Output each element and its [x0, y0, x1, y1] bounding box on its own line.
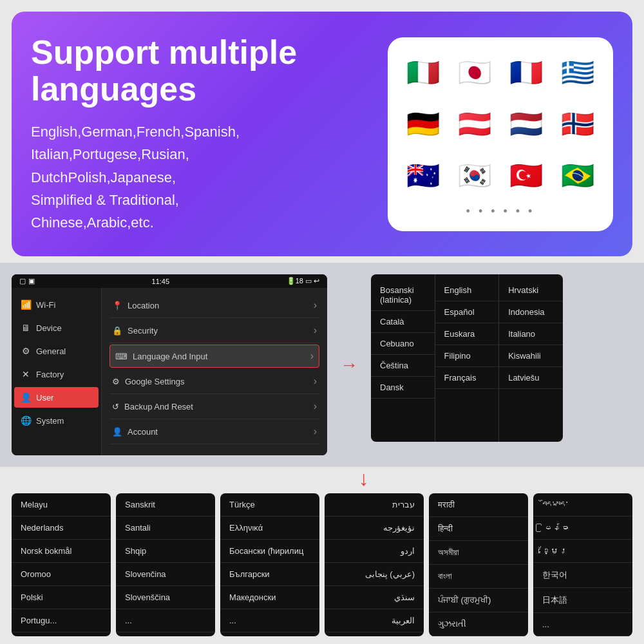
lang-arabic[interactable]: العربية — [325, 609, 424, 632]
lang-indonesia[interactable]: Indonesia — [499, 301, 563, 323]
lang-polski[interactable]: Polski — [12, 586, 111, 609]
bottom-lang-panel-6: བོད་སྐད་ မြန်မာ ខ្មែរ 한국어 日本語 ... — [533, 493, 632, 636]
lang-bulgarski[interactable]: Български — [220, 563, 319, 586]
lang-uyghur[interactable]: نؤيغؤرجه — [325, 516, 424, 540]
bottom-lang-panel-1: Melayu Nederlands Norsk bokmål Oromoo Po… — [12, 493, 111, 636]
lang-latviesu[interactable]: Latviešu — [499, 367, 563, 389]
sidebar-label-system: System — [36, 416, 64, 426]
system-icon: 🌐 — [21, 415, 31, 426]
lang-hindi[interactable]: हिन्दी — [429, 517, 528, 541]
lang-turkce[interactable]: Türkçe — [220, 493, 319, 516]
settings-row-location[interactable]: 📍 Location › — [109, 293, 319, 318]
lang-bosanski-cir[interactable]: Босански (ћирилиц — [220, 540, 319, 563]
lang-makedonski[interactable]: Македонски — [220, 586, 319, 609]
sidebar-item-user[interactable]: 👤 User — [14, 387, 99, 408]
lang-korean[interactable]: 한국어 — [533, 563, 632, 588]
lang-marathi[interactable]: मराठी — [429, 493, 528, 517]
sidebar-item-wifi[interactable]: 📶 Wi-Fi — [12, 293, 101, 316]
lang-assamese[interactable]: অসমীয়া — [429, 541, 528, 565]
row-left-google: ⚙ Google Settings — [112, 377, 185, 386]
security-arrow: › — [314, 325, 317, 336]
lang-cestina[interactable]: Čeština — [371, 355, 435, 377]
row-left-language: ⌨ Language And Input — [115, 352, 207, 361]
status-bar: ▢ ▣ 11:45 🔋18 ▭ ↩ — [12, 274, 327, 288]
settings-row-security[interactable]: 🔒 Security › — [109, 318, 319, 343]
lang-slovencina[interactable]: Slovenčina — [116, 563, 215, 586]
user-icon: 👤 — [21, 392, 31, 402]
location-label: Location — [128, 301, 159, 310]
lang-sanskrit[interactable]: Sanskrit — [116, 493, 215, 516]
settings-row-language[interactable]: ⌨ Language And Input › — [109, 345, 319, 368]
sidebar-item-general[interactable]: ⚙ General — [12, 339, 101, 363]
lang-bosanski[interactable]: Bosanski (latinica) — [371, 279, 435, 311]
lang-catala[interactable]: Català — [371, 311, 435, 333]
row-left-account: 👤 Account — [112, 427, 158, 437]
flag-brazil: 🇧🇷 — [555, 153, 600, 198]
settings-row-backup[interactable]: ↺ Backup And Reset › — [109, 394, 319, 419]
lang-euskara[interactable]: Euskara — [435, 323, 499, 345]
lang-italiano[interactable]: Italiano — [499, 323, 563, 345]
lang-slovenscina[interactable]: Slovenščina — [116, 586, 215, 609]
lang-hrvatski[interactable]: Hrvatski — [499, 279, 563, 301]
lang-melayu[interactable]: Melayu — [12, 493, 111, 516]
status-time: 11:45 — [152, 278, 170, 285]
lang-more-3[interactable]: ... — [220, 609, 319, 632]
lang-english[interactable]: English — [435, 279, 499, 301]
lang-filipino[interactable]: Filipino — [435, 345, 499, 367]
flag-norway: 🇳🇴 — [555, 102, 600, 147]
home-icon: ▢ — [19, 277, 26, 285]
lang-santali[interactable]: Santali — [116, 516, 215, 540]
lang-more-6[interactable]: ... — [533, 613, 632, 636]
lang-portugu[interactable]: Portugu... — [12, 609, 111, 632]
bottom-lang-panel-2: Sanskrit Santali Shqip Slovenčina Sloven… — [116, 493, 215, 636]
sidebar-item-system[interactable]: 🌐 System — [12, 409, 101, 432]
factory-icon: ✕ — [21, 369, 31, 379]
device-icon: 🖥 — [21, 323, 31, 333]
lang-khmer[interactable]: ខ្មែរ — [533, 540, 632, 563]
lang-norsk[interactable]: Norsk bokmål — [12, 540, 111, 563]
main-container: Support multiple languages English,Germa… — [0, 12, 644, 644]
sidebar-item-factory[interactable]: ✕ Factory — [12, 363, 101, 386]
lang-cebuano[interactable]: Cebuano — [371, 333, 435, 355]
lang-bengali[interactable]: বাংলা — [429, 565, 528, 589]
flag-france: 🇫🇷 — [504, 50, 549, 95]
bottom-lang-panel-4: עברית نؤيغؤرجه اردو (عربي) پنجابی سنڌي ا… — [325, 493, 424, 636]
lang-tibetan[interactable]: བོད་སྐད་ — [533, 493, 632, 516]
account-arrow: › — [314, 426, 317, 437]
location-icon: 📍 — [112, 301, 122, 310]
lang-urdu[interactable]: اردو — [325, 540, 424, 563]
settings-sidebar: 📶 Wi-Fi 🖥 Device ⚙ General ✕ Factory — [12, 288, 102, 455]
notification-icon: ▣ — [28, 277, 35, 285]
settings-row-account[interactable]: 👤 Account › — [109, 419, 319, 444]
lang-kiswahili[interactable]: Kiswahili — [499, 345, 563, 367]
lang-more-2[interactable]: ... — [116, 609, 215, 632]
lang-japanese[interactable]: 日本語 — [533, 588, 632, 613]
account-icon: 👤 — [112, 427, 122, 437]
lang-shqip[interactable]: Shqip — [116, 540, 215, 563]
lang-hebrew[interactable]: עברית — [325, 493, 424, 516]
settings-row-google[interactable]: ⚙ Google Settings › — [109, 369, 319, 394]
lang-francais[interactable]: Français — [435, 367, 499, 389]
bottom-language-section: Melayu Nederlands Norsk bokmål Oromoo Po… — [0, 493, 644, 643]
flag-japan: 🇯🇵 — [452, 50, 497, 95]
lang-oromoo[interactable]: Oromoo — [12, 563, 111, 586]
lang-dansk[interactable]: Dansk — [371, 377, 435, 399]
sidebar-item-device[interactable]: 🖥 Device — [12, 316, 101, 339]
lang-gujarati[interactable]: ગુઝરાતી — [429, 612, 528, 636]
lang-sindhi[interactable]: سنڌي — [325, 586, 424, 609]
sidebar-label-device: Device — [36, 323, 62, 333]
sidebar-label-factory: Factory — [36, 370, 64, 379]
lang-punjabi-gu[interactable]: ਪੰਜਾਬੀ (ਗੁਰਮੁਖੀ) — [429, 589, 528, 612]
lang-col-3: Hrvatski Indonesia Italiano Kiswahili La… — [499, 274, 563, 442]
lang-greek[interactable]: Ελληνικά — [220, 516, 319, 540]
banner-text: Support multiple languages English,Germa… — [31, 34, 368, 234]
banner-subtitle: English,German,French,Spanish, Italian,P… — [31, 120, 368, 234]
top-banner: Support multiple languages English,Germa… — [12, 12, 632, 256]
lang-punjabi-ar[interactable]: (عربي) پنجابی — [325, 563, 424, 586]
lang-myanmar[interactable]: မြန်မာ — [533, 516, 632, 540]
google-label: Google Settings — [125, 377, 185, 386]
flag-australia: 🇦🇺 — [401, 153, 446, 198]
settings-main-content: 📍 Location › 🔒 Security › — [102, 288, 327, 455]
lang-nederlands[interactable]: Nederlands — [12, 516, 111, 540]
lang-espanol[interactable]: Español — [435, 301, 499, 323]
